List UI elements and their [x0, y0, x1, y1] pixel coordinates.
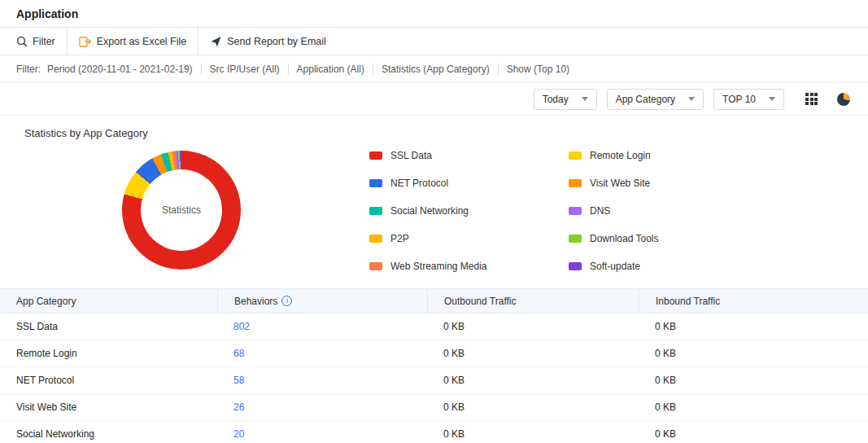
table-view-icon[interactable] — [805, 93, 818, 105]
cell-inbound: 0 KB — [639, 375, 868, 386]
column-app-category: App Category — [0, 289, 217, 313]
page-title: Application — [0, 0, 868, 28]
export-excel-label: Export as Excel File — [97, 36, 186, 47]
chart-view-icon[interactable] — [837, 93, 850, 106]
filter-segment-show: Show (Top 10) — [498, 64, 569, 75]
table-header: App Category Behaviors i Outbound Traffi… — [0, 289, 868, 314]
legend-item-visit-web-site[interactable]: Visit Web Site — [569, 175, 659, 191]
cell-outbound: 0 KB — [427, 348, 639, 359]
toolbar: Filter Export as Excel File Send Report … — [0, 28, 868, 55]
legend-item-dns[interactable]: DNS — [569, 203, 659, 219]
legend-item-p2p[interactable]: P2P — [369, 230, 569, 247]
legend-label: SSL Data — [390, 150, 432, 161]
legend-swatch — [369, 235, 382, 243]
donut-center: Statistics — [141, 169, 222, 251]
column-outbound-traffic: Outbound Traffic — [427, 289, 639, 313]
chevron-down-icon — [769, 97, 775, 101]
filter-button[interactable]: Filter — [16, 28, 67, 55]
legend-label: Visit Web Site — [590, 178, 650, 189]
cell-outbound: 0 KB — [427, 375, 639, 386]
chart-legend: SSL Data Remote Login NET Protocol Visit… — [369, 144, 659, 274]
legend-swatch — [369, 151, 382, 160]
legend-swatch — [569, 235, 582, 243]
table-row: Remote Login 68 0 KB 0 KB — [0, 340, 868, 367]
filter-segment-statistics: Statistics (App Category) — [373, 64, 490, 75]
legend-item-social-networking[interactable]: Social Networking — [369, 203, 569, 219]
behaviors-link[interactable]: 802 — [233, 321, 250, 332]
time-range-value: Today — [543, 94, 569, 105]
cell-inbound: 0 KB — [639, 348, 868, 359]
top-n-value: TOP 10 — [722, 94, 756, 105]
cell-category: Remote Login — [0, 348, 217, 359]
chart-title: Statistics by App Category — [24, 127, 844, 139]
behaviors-link[interactable]: 20 — [233, 428, 244, 440]
cell-category: Visit Web Site — [0, 401, 217, 413]
magnifier-icon — [16, 36, 28, 47]
column-label: App Category — [16, 296, 76, 307]
legend-label: NET Protocol — [390, 178, 448, 189]
filter-summary-bar: Filter: Period (2020-11-01 - 2021-02-19)… — [0, 55, 868, 83]
column-inbound-traffic: Inbound Traffic — [639, 289, 868, 313]
chevron-down-icon — [688, 97, 695, 101]
legend-label: Remote Login — [590, 150, 651, 161]
donut-center-label: Statistics — [162, 204, 201, 216]
filter-button-label: Filter — [33, 36, 55, 47]
filter-segment-period: Period (2020-11-01 - 2021-02-19) — [47, 64, 193, 75]
send-icon — [210, 36, 222, 47]
behaviors-link[interactable]: 68 — [233, 348, 244, 359]
legend-swatch — [369, 207, 382, 215]
table-row: SSL Data 802 0 KB 0 KB — [0, 314, 868, 340]
legend-swatch — [369, 262, 382, 270]
cell-outbound: 0 KB — [427, 321, 639, 332]
legend-item-download-tools[interactable]: Download Tools — [569, 230, 659, 247]
chart-section: Statistics by App Category Statistics SS… — [0, 116, 868, 288]
legend-label: Download Tools — [590, 233, 659, 244]
filter-segment-application: Application (All) — [288, 64, 364, 75]
send-report-label: Send Report by Email — [227, 36, 326, 47]
legend-label: P2P — [390, 233, 409, 244]
filter-segment-src-ip: Src IP/User (All) — [201, 64, 280, 75]
column-label: Outbound Traffic — [444, 296, 517, 307]
behaviors-link[interactable]: 58 — [233, 375, 244, 386]
behaviors-link[interactable]: 26 — [233, 401, 244, 413]
top-n-dropdown[interactable]: TOP 10 — [713, 89, 784, 110]
cell-category: NET Protocol — [0, 375, 217, 386]
legend-item-soft-update[interactable]: Soft-update — [569, 258, 659, 274]
legend-item-ssl-data[interactable]: SSL Data — [369, 147, 569, 164]
legend-label: DNS — [590, 205, 610, 217]
time-range-dropdown[interactable]: Today — [534, 89, 597, 110]
send-report-button[interactable]: Send Report by Email — [198, 28, 338, 55]
table-row: NET Protocol 58 0 KB 0 KB — [0, 367, 868, 394]
cell-outbound: 0 KB — [427, 428, 639, 440]
legend-item-net-protocol[interactable]: NET Protocol — [369, 175, 569, 191]
info-icon[interactable]: i — [281, 296, 292, 306]
export-icon — [79, 36, 92, 47]
cell-inbound: 0 KB — [639, 321, 868, 332]
legend-swatch — [369, 179, 382, 187]
column-label: Behaviors — [234, 296, 277, 307]
cell-inbound: 0 KB — [639, 428, 868, 440]
table-row: Social Networking 20 0 KB 0 KB — [0, 421, 868, 443]
filter-summary-label: Filter: — [16, 64, 41, 75]
cell-category: Social Networking — [0, 428, 217, 440]
legend-swatch — [569, 262, 582, 270]
legend-swatch — [569, 179, 582, 187]
cell-category: SSL Data — [0, 321, 217, 332]
cell-outbound: 0 KB — [427, 401, 639, 413]
group-by-value: App Category — [616, 94, 675, 105]
legend-swatch — [569, 151, 582, 160]
column-behaviors: Behaviors i — [217, 289, 427, 313]
legend-label: Social Networking — [390, 205, 469, 217]
legend-label: Web Streaming Media — [390, 261, 487, 272]
column-label: Inbound Traffic — [656, 296, 720, 307]
app-category-table: App Category Behaviors i Outbound Traffi… — [0, 288, 868, 443]
legend-swatch — [569, 207, 582, 215]
group-by-dropdown[interactable]: App Category — [607, 89, 704, 110]
legend-item-remote-login[interactable]: Remote Login — [569, 147, 659, 164]
legend-label: Soft-update — [590, 261, 640, 272]
chevron-down-icon — [582, 97, 588, 101]
legend-item-web-streaming-media[interactable]: Web Streaming Media — [369, 258, 569, 274]
controls-bar: Today App Category TOP 10 — [0, 83, 868, 116]
export-excel-button[interactable]: Export as Excel File — [67, 28, 198, 55]
table-row: Visit Web Site 26 0 KB 0 KB — [0, 394, 868, 421]
